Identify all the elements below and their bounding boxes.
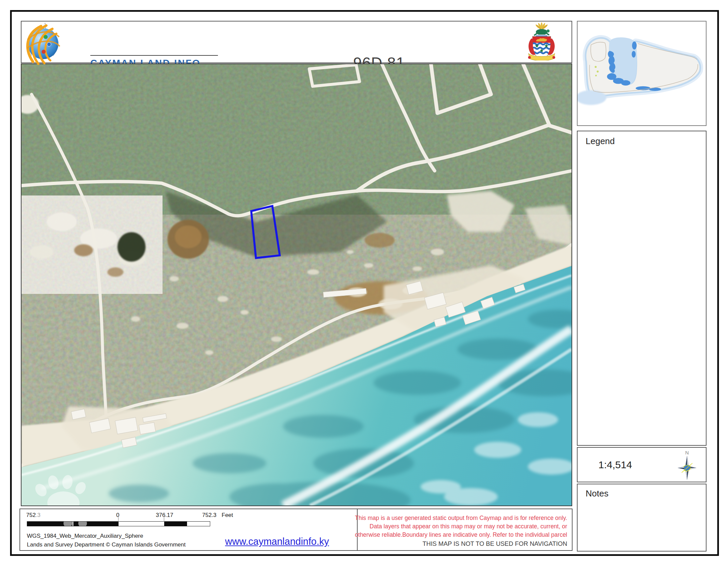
brand-rule <box>90 55 218 56</box>
copyright-label: Lands and Survey Department © Cayman Isl… <box>27 541 186 548</box>
disclaimer-line-3: otherwise reliable.Boundary lines are in… <box>355 531 567 538</box>
scale-panel: 1:4,514 N <box>577 447 707 482</box>
scalebar-label-zero: 0 <box>116 512 119 519</box>
scale-bar <box>27 521 210 526</box>
notes-title: Notes <box>586 488 608 499</box>
compass-rose-icon: N <box>674 449 700 481</box>
disclaimer-panel: This map is a user generated static outp… <box>357 509 573 551</box>
footer-left-panel: 752.3 0 376.17 752.3 Feet WGS_1984_Web_M… <box>19 509 358 551</box>
brown-pond-small <box>365 233 395 248</box>
scalebar-label-left: 752.3 <box>26 512 41 519</box>
scale-ratio: 1:4,514 <box>598 459 632 471</box>
dark-pond <box>118 232 146 262</box>
map-viewport <box>21 63 572 506</box>
aerial-photo <box>21 64 572 506</box>
website-link[interactable]: www.caymanlandinfo.ky <box>208 536 346 547</box>
legend-title: Legend <box>586 136 615 146</box>
pineapple-crest <box>536 22 548 29</box>
projection-label: WGS_1984_Web_Mercator_Auxiliary_Sphere <box>27 533 143 539</box>
scalebar-unit: Feet <box>222 512 233 519</box>
notes-panel: Notes <box>577 484 707 552</box>
cayman-land-info-logo-icon <box>23 22 64 65</box>
compass-star <box>678 456 696 480</box>
cayman-coat-of-arms-icon <box>526 21 558 60</box>
scalebar-label-mid: 376.17 <box>156 512 173 519</box>
map-export-page: CAYMAN LAND INFO 96D 81 <box>0 0 728 571</box>
disclaimer-line-1: This map is a user generated static outp… <box>355 515 567 522</box>
mud-patch <box>107 267 124 277</box>
mud-patch <box>74 244 93 256</box>
header: CAYMAN LAND INFO 96D 81 <box>21 21 572 63</box>
scalebar-label-right: 752.3 <box>202 512 217 519</box>
navigation-warning: THIS MAP IS NOT TO BE USED FOR NAVIGATIO… <box>422 540 567 547</box>
overview-inset-map <box>577 21 707 126</box>
legend-panel: Legend <box>577 131 707 446</box>
watermark-artifact <box>78 521 87 526</box>
north-letter: N <box>685 450 689 455</box>
disclaimer-line-2: Data layers that appear on this map may … <box>370 523 567 530</box>
watermark-artifact <box>63 521 72 526</box>
